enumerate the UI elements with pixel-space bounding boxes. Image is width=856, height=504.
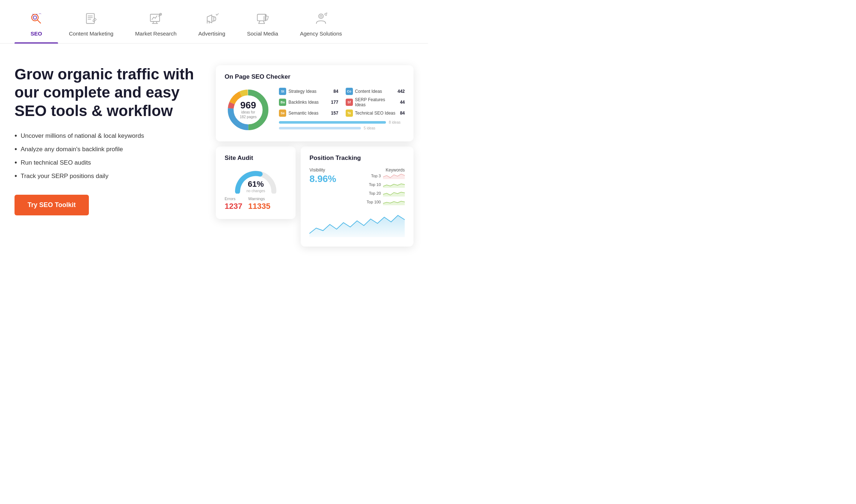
svg-marker-29	[383, 201, 405, 205]
gauge-chart: 61% no changes	[234, 168, 277, 193]
strategy-count: 84	[333, 89, 338, 94]
kw-top100: Top 100	[367, 199, 405, 205]
technical-badge: Te	[346, 110, 353, 117]
nav-label-market-research: Market Research	[135, 30, 177, 37]
technical-label: Technical SEO Ideas	[355, 111, 396, 116]
bullet-4: Track your SERP positions daily	[15, 172, 194, 180]
bullet-1: Uncover millions of national & local key…	[15, 132, 194, 140]
bar-label-2: 5 ideas	[364, 126, 375, 130]
nav-item-content-marketing[interactable]: Content Marketing	[58, 7, 124, 43]
bar-label-1: 8 ideas	[389, 120, 400, 124]
backlinks-badge: Ba	[279, 99, 286, 106]
main-nav: SEO Content Marketing	[0, 0, 428, 44]
pos-header: Visibility 8.96% Keywords Top 3	[309, 168, 405, 205]
gauge-sub: no changes	[246, 189, 265, 193]
idea-technical: Te Technical SEO Ideas 84	[346, 110, 405, 117]
svg-rect-13	[212, 17, 214, 21]
donut-chart: 969 ideas for 182 pages	[225, 86, 272, 133]
sparkline-top100	[383, 199, 405, 205]
svg-rect-3	[87, 13, 95, 23]
ideas-grid: St Strategy Ideas 84 Co Content Ideas 44…	[279, 88, 405, 117]
nav-item-seo[interactable]: SEO	[15, 7, 58, 43]
feature-bullets: Uncover millions of national & local key…	[15, 132, 194, 180]
nav-item-agency-solutions[interactable]: Agency Solutions	[289, 7, 353, 43]
content-count: 442	[398, 89, 405, 94]
hero-headline: Grow organic traffic with our complete a…	[15, 65, 194, 120]
widget-panel: On Page SEO Checker	[216, 65, 413, 247]
semantic-label: Semantic Ideas	[288, 111, 327, 116]
kw-top3: Top 3	[371, 173, 405, 179]
seo-icon	[28, 11, 44, 27]
nav-label-seo: SEO	[30, 30, 42, 37]
visibility-pct: 8.96%	[309, 173, 336, 185]
nav-label-content-marketing: Content Marketing	[69, 30, 114, 37]
idea-strategy: St Strategy Ideas 84	[279, 88, 338, 95]
svg-point-19	[320, 15, 322, 17]
nav-item-market-research[interactable]: Market Research	[124, 7, 188, 43]
seo-checker-card: On Page SEO Checker	[216, 65, 413, 141]
area-chart	[309, 208, 405, 239]
idea-content: Co Content Ideas 442	[346, 88, 405, 95]
svg-marker-26	[383, 174, 405, 179]
bullet-2: Analyze any domain's backlink profile	[15, 145, 194, 153]
donut-total: 969	[240, 100, 257, 110]
backlinks-label: Backlinks Ideas	[288, 100, 327, 105]
strategy-label: Strategy Ideas	[288, 89, 330, 94]
svg-point-2	[33, 16, 37, 19]
cta-button[interactable]: Try SEO Toolkit	[15, 195, 89, 215]
kw-top3-label: Top 3	[371, 174, 381, 178]
nav-label-social-media: Social Media	[247, 30, 278, 37]
bar-row-1: 8 ideas	[279, 120, 405, 124]
kw-top10-label: Top 10	[369, 182, 381, 187]
svg-line-1	[37, 20, 41, 23]
semantic-count: 157	[331, 111, 338, 116]
kw-top10: Top 10	[369, 181, 405, 188]
progress-bar-2	[279, 127, 361, 129]
site-audit-card: Site Audit 61% no changes	[216, 146, 296, 219]
errors-label: Errors	[225, 197, 242, 201]
nav-item-advertising[interactable]: Advertising	[188, 7, 236, 43]
keywords-section: Keywords Top 3 Top 10	[367, 168, 405, 205]
technical-count: 84	[400, 111, 405, 116]
backlinks-count: 177	[331, 100, 338, 105]
progress-bar-1	[279, 121, 386, 124]
nav-item-social-media[interactable]: Social Media	[236, 7, 289, 43]
social-media-icon	[255, 11, 271, 27]
site-audit-title: Site Audit	[225, 154, 287, 162]
sparkline-top3	[383, 173, 405, 179]
market-research-icon	[148, 11, 164, 27]
keywords-label: Keywords	[367, 168, 405, 173]
idea-backlinks: Ba Backlinks Ideas 177	[279, 97, 338, 107]
main-content: Grow organic traffic with our complete a…	[0, 44, 428, 261]
svg-marker-30	[309, 215, 405, 237]
idea-serp: Sf SERP Features Ideas 44	[346, 97, 405, 107]
warnings-value: 11335	[248, 202, 270, 211]
audit-stats: Errors 1237 Warnings 11335	[225, 197, 287, 211]
warnings-label: Warnings	[248, 197, 270, 201]
nav-label-advertising: Advertising	[198, 30, 225, 37]
kw-top100-label: Top 100	[367, 200, 381, 204]
serp-count: 44	[400, 100, 405, 105]
nav-label-agency-solutions: Agency Solutions	[300, 30, 342, 37]
svg-rect-16	[257, 14, 266, 21]
seo-checker-inner: 969 ideas for 182 pages St Strategy Idea…	[225, 86, 405, 133]
strategy-badge: St	[279, 88, 286, 95]
errors-stat: Errors 1237	[225, 197, 242, 211]
content-marketing-icon	[83, 11, 99, 27]
gauge-center: 61% no changes	[246, 179, 265, 193]
visibility-label: Visibility	[309, 168, 336, 173]
gauge-percentage: 61%	[246, 179, 265, 189]
sparkline-top20	[383, 190, 405, 197]
bottom-row: Site Audit 61% no changes	[216, 146, 413, 247]
donut-center: 969 ideas for 182 pages	[240, 100, 257, 119]
agency-solutions-icon	[313, 11, 329, 27]
svg-marker-27	[383, 184, 405, 188]
sparkline-top10	[383, 181, 405, 188]
keywords-legend: Top 3 Top 10	[367, 173, 405, 205]
serp-badge: Sf	[346, 99, 353, 106]
content-badge: Co	[346, 88, 353, 95]
advertising-icon	[204, 11, 220, 27]
bar-row-2: 5 ideas	[279, 126, 405, 130]
donut-sub: ideas for 182 pages	[240, 110, 257, 119]
position-tracking-card: Position Tracking Visibility 8.96% Keywo…	[301, 146, 413, 247]
